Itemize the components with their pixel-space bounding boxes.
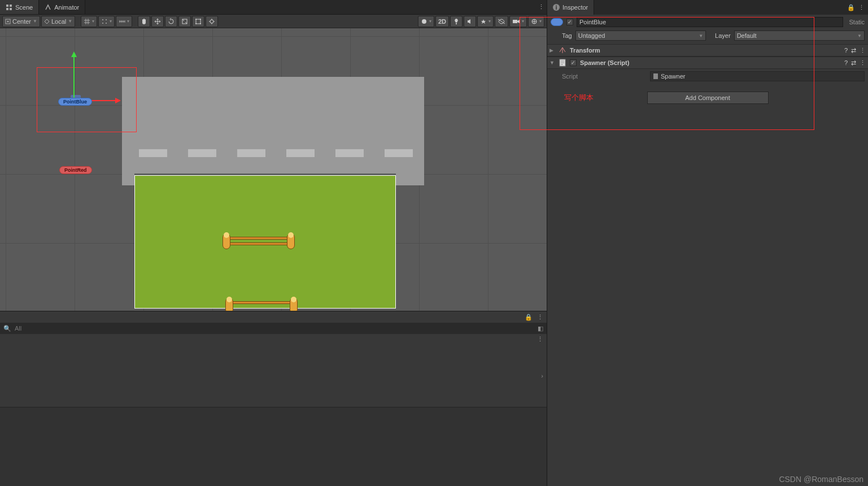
tab-inspector-label: Inspector [562,4,588,11]
gizmo-y-axis[interactable] [73,53,75,101]
fence-1 [223,233,295,250]
layer-label: Layer [715,32,731,39]
road-sprite [122,77,424,185]
2d-toggle-button[interactable]: 2D [435,16,449,27]
svg-point-5 [7,20,9,22]
svg-point-7 [106,19,107,20]
expand-icon[interactable]: ▶ [549,47,555,53]
svg-rect-18 [456,23,457,24]
fence-2 [225,298,298,311]
svg-point-12 [195,19,197,20]
svg-rect-22 [653,73,658,79]
search-input[interactable] [15,325,534,332]
script-field-label: Script [551,73,647,80]
scene-icon [6,4,12,11]
visibility-toggle-button[interactable] [495,16,508,27]
svg-rect-2 [6,8,8,10]
point-red-label[interactable]: PointRed [59,166,92,174]
search-row: 🔍 ◧ [0,323,547,334]
svg-point-14 [195,23,197,24]
collapse-icon[interactable]: ▼ [549,60,555,66]
svg-rect-11 [196,19,200,24]
tab-animator[interactable]: Animator [39,0,85,14]
svg-point-16 [210,20,213,23]
component-menu-icon[interactable]: ⋮ [860,59,866,67]
object-type-icon[interactable] [551,18,563,26]
svg-rect-0 [6,5,8,7]
space-dropdown[interactable]: Local▼ [41,16,75,27]
inspector-menu-icon[interactable]: ⋮ [858,4,865,11]
panel-menu2-icon[interactable]: ⋮ [537,336,543,343]
component-menu-icon[interactable]: ⋮ [860,47,866,54]
svg-point-9 [106,23,107,24]
svg-rect-1 [10,5,12,7]
tag-label: Tag [562,32,572,39]
preset-icon[interactable]: ⇄ [851,59,856,67]
grass-area [134,175,396,309]
help-icon[interactable]: ? [844,47,848,54]
tab-menu-icon[interactable]: ⋮ [535,0,547,14]
active-checkbox[interactable]: ✓ [566,19,573,25]
svg-point-13 [200,19,201,20]
fx-toggle-button[interactable]: ▾ [477,16,494,27]
lock-icon[interactable]: 🔒 [525,314,533,321]
lighting-toggle-button[interactable] [450,16,463,27]
pivot-dropdown[interactable]: Center▼ [2,16,40,27]
search-mode-icon[interactable]: ◧ [538,325,543,332]
annotation-text: 写个脚本 [564,93,594,103]
tag-layer-row: Tag Untagged▼ Layer Default▼ [547,29,868,44]
add-component-button[interactable]: Add Component [647,92,769,104]
snap-settings-button[interactable]: ▾ [116,16,132,27]
transform-component-header[interactable]: ▶ Transform ? ⇄ ⋮ [547,44,868,57]
svg-rect-3 [10,8,12,10]
script-icon [559,59,566,67]
panel-menu-icon[interactable]: ⋮ [537,314,543,321]
script-field-value[interactable]: Spawner [650,71,865,81]
snap-increment-button[interactable]: ▾ [98,16,115,27]
scene-tabs-bar: Scene Animator ⋮ [0,0,547,15]
grid-snap-button[interactable]: ▾ [81,16,97,27]
tab-animator-label: Animator [54,4,79,11]
layer-dropdown[interactable]: Default▼ [734,31,865,41]
tab-scene-label: Scene [15,4,33,11]
object-header: ✓ Static [547,15,868,29]
info-icon: i [553,4,560,11]
watermark-text: CSDN @RomanBesson [779,475,863,484]
scene-viewport[interactable]: PointBlue PointRed [0,28,547,311]
static-label[interactable]: Static [849,19,865,25]
svg-point-6 [102,19,103,20]
object-name-input[interactable] [577,17,843,27]
shading-dropdown[interactable]: ▾ [418,16,434,27]
tag-dropdown[interactable]: Untagged▼ [575,31,706,41]
help-icon[interactable]: ? [844,59,848,67]
rotate-tool-button[interactable] [165,16,177,27]
tab-scene[interactable]: Scene [0,0,39,14]
script-field-row: Script Spawner [547,69,868,84]
bottom-panel-footer [0,407,547,486]
gizmos-dropdown[interactable]: ▾ [528,16,544,27]
inspector-lock-icon[interactable]: 🔒 [847,4,855,11]
audio-toggle-button[interactable] [464,16,476,27]
svg-point-17 [422,19,426,24]
component-enabled-checkbox[interactable]: ✓ [570,59,577,66]
point-blue-label[interactable]: PointBlue [58,98,92,106]
svg-point-8 [102,23,103,24]
tab-inspector[interactable]: i Inspector [547,0,594,15]
svg-rect-19 [513,20,517,23]
hand-tool-button[interactable] [138,16,150,27]
chevron-right-icon[interactable]: › [541,372,543,379]
camera-dropdown[interactable]: ▾ [509,16,527,27]
move-tool-button[interactable] [151,16,164,27]
bottom-panel-header: 🔒 ⋮ [0,311,547,323]
inspector-panel: i Inspector 🔒 ⋮ ✓ Static Tag Untagged▼ L… [547,0,868,486]
bottom-panel-body: › [0,344,547,407]
preset-icon[interactable]: ⇄ [851,47,856,54]
spawner-component-header[interactable]: ▼ ✓ Spawner (Script) ? ⇄ ⋮ [547,57,868,69]
transform-tool-button[interactable] [206,16,218,27]
transform-icon [559,46,566,54]
rect-tool-button[interactable] [192,16,204,27]
search-icon: 🔍 [3,325,11,332]
bottom-panel: 🔒 ⋮ 🔍 ◧ ⋮ › [0,311,547,486]
scale-tool-button[interactable] [178,16,191,27]
svg-point-15 [200,23,201,24]
